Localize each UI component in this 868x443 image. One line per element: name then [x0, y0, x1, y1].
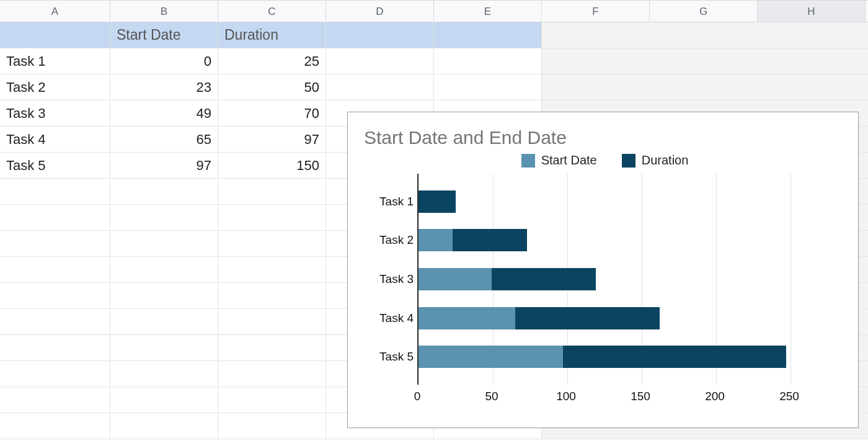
cell-A1[interactable] [0, 22, 110, 48]
empty-cell[interactable] [0, 205, 110, 231]
row-2: Task 1 0 25 [0, 48, 868, 74]
chart-card[interactable]: Start Date and End Date Start Date Durat… [347, 112, 859, 428]
legend-label-start-date: Start Date [541, 153, 597, 168]
chart-legend: Start Date Duration [364, 153, 846, 168]
chart-bar [418, 190, 789, 213]
empty-cell[interactable] [110, 283, 218, 309]
col-header-F[interactable]: F [542, 1, 650, 22]
header-row: Start Date Duration [0, 22, 868, 48]
empty-cell[interactable] [0, 179, 110, 205]
empty-cell[interactable] [110, 179, 218, 205]
row1-rest[interactable] [542, 22, 868, 48]
empty-cell[interactable] [110, 205, 218, 231]
cell-A2[interactable]: Task 1 [0, 48, 110, 74]
cell-A6[interactable]: Task 5 [0, 153, 110, 179]
col-header-D[interactable]: D [326, 1, 434, 22]
cell-C4[interactable]: 70 [218, 101, 326, 127]
empty-cell[interactable] [110, 361, 218, 387]
empty-cell[interactable] [110, 257, 218, 283]
x-tick-label: 250 [779, 390, 799, 403]
cell-C3[interactable]: 50 [218, 74, 326, 101]
cell-C2[interactable]: 25 [218, 48, 326, 74]
empty-cell[interactable] [218, 309, 326, 335]
cell-E3[interactable] [434, 74, 542, 101]
cell-D3[interactable] [326, 74, 434, 101]
cell-E2[interactable] [434, 48, 542, 74]
legend-item-start-date: Start Date [521, 153, 597, 168]
cell-A3[interactable]: Task 2 [0, 74, 110, 101]
chart-title: Start Date and End Date [364, 127, 846, 148]
x-tick-label: 100 [556, 390, 576, 403]
cell-C5[interactable]: 97 [218, 127, 326, 153]
bar-segment-start-date [418, 346, 563, 368]
empty-cell[interactable] [0, 335, 110, 361]
empty-cell[interactable] [110, 231, 218, 257]
cell-C1[interactable]: Duration [218, 22, 326, 48]
x-tick-label: 200 [705, 390, 725, 403]
empty-cell[interactable] [0, 257, 110, 283]
cell-B1[interactable]: Start Date [110, 22, 218, 48]
legend-label-duration: Duration [642, 153, 689, 168]
empty-cell[interactable] [218, 179, 326, 205]
chart-bar [418, 346, 789, 368]
empty-cell[interactable] [0, 361, 110, 387]
col-header-E[interactable]: E [434, 1, 542, 22]
empty-cell[interactable] [110, 413, 218, 439]
cell-B6[interactable]: 97 [110, 153, 218, 179]
col-header-H[interactable]: H [758, 1, 866, 22]
chart-bar [418, 307, 789, 329]
empty-cell[interactable] [0, 231, 110, 257]
col-header-B[interactable]: B [110, 1, 218, 22]
bar-segment-duration [453, 229, 527, 251]
cell-D2[interactable] [326, 48, 434, 74]
legend-swatch-duration [622, 154, 636, 168]
empty-cell[interactable] [218, 283, 326, 309]
col-header-G[interactable]: G [650, 1, 758, 22]
bar-segment-duration [515, 307, 660, 329]
bar-segment-start-date [418, 307, 515, 329]
bar-segment-start-date [418, 229, 453, 251]
empty-cell[interactable] [218, 361, 326, 387]
empty-cell[interactable] [0, 309, 110, 335]
empty-cell[interactable] [110, 335, 218, 361]
cell-B2[interactable]: 0 [110, 48, 218, 74]
empty-cell[interactable] [110, 309, 218, 335]
gridline [790, 174, 791, 385]
y-category-label: Task 1 [364, 195, 414, 208]
bar-segment-start-date [418, 268, 492, 290]
empty-cell[interactable] [218, 335, 326, 361]
row-3: Task 2 23 50 [0, 74, 868, 101]
cell-E1[interactable] [434, 22, 542, 48]
row3-rest[interactable] [542, 74, 868, 101]
empty-cell[interactable] [110, 387, 218, 413]
empty-cell[interactable] [218, 387, 326, 413]
cell-C6[interactable]: 150 [218, 153, 326, 179]
empty-cell[interactable] [0, 413, 110, 439]
cell-A4[interactable]: Task 3 [0, 101, 110, 127]
empty-cell[interactable] [0, 387, 110, 413]
bar-segment-duration [492, 268, 596, 290]
empty-cell[interactable] [218, 257, 326, 283]
cell-B3[interactable]: 23 [110, 74, 218, 101]
cell-D1[interactable] [326, 22, 434, 48]
y-category-label: Task 5 [364, 350, 414, 364]
empty-cell[interactable] [218, 205, 326, 231]
chart-bar [418, 268, 789, 290]
cell-B5[interactable]: 65 [110, 127, 218, 153]
empty-cell[interactable] [218, 231, 326, 257]
legend-item-duration: Duration [622, 153, 689, 168]
row2-rest[interactable] [542, 48, 868, 74]
bar-segment-duration [563, 346, 786, 368]
col-header-C[interactable]: C [218, 1, 326, 22]
y-category-label: Task 3 [364, 272, 414, 286]
chart-plot: Task 1Task 2Task 3Task 4Task 5 050100150… [364, 174, 841, 409]
empty-cell[interactable] [218, 413, 326, 439]
x-tick-label: 50 [485, 390, 498, 403]
empty-cell[interactable] [0, 283, 110, 309]
cell-A5[interactable]: Task 4 [0, 127, 110, 153]
y-category-label: Task 2 [364, 233, 414, 247]
cell-B4[interactable]: 49 [110, 101, 218, 127]
bar-segment-duration [418, 190, 456, 213]
col-header-A[interactable]: A [0, 1, 110, 22]
y-category-label: Task 4 [364, 311, 414, 325]
